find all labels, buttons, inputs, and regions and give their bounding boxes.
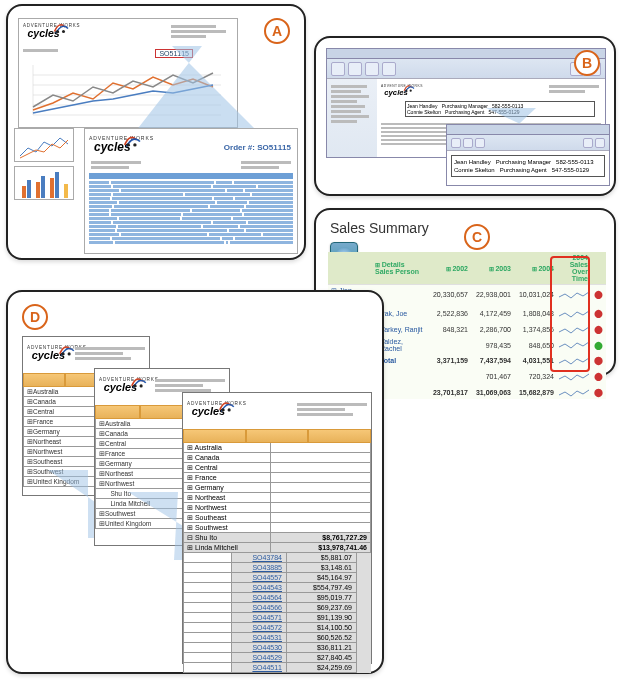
window-titlebar [327, 49, 605, 59]
y1-cell: 2,522,836 [428, 304, 471, 323]
logo-swoosh-icon [53, 20, 73, 35]
y2-cell: 31,069,063 [471, 386, 514, 399]
svg-point-27 [221, 408, 224, 411]
svg-point-1 [62, 30, 65, 33]
y1-cell: 23,701,817 [428, 386, 471, 399]
person-row[interactable]: ⊞ Linda Mitchell$13,978,741.46 [183, 543, 371, 553]
svg-rect-10 [36, 182, 40, 198]
order-row[interactable]: SO43784$5,881.07 [183, 553, 371, 563]
svg-rect-8 [22, 186, 26, 198]
panel-d: D ADVENTURE WORKS cycles ⊞Australia⊞Cana… [6, 290, 384, 674]
order-row[interactable]: SO44571$91,139.90 [183, 613, 371, 623]
order-row[interactable]: SO44543$554,797.49 [183, 583, 371, 593]
region-row[interactable]: ⊞ Germany [183, 483, 371, 493]
svg-rect-14 [64, 184, 68, 198]
region-row[interactable]: ⊞ Southeast [183, 513, 371, 523]
logo: ADVENTURE WORKS cycles [99, 375, 161, 395]
sidebar [327, 79, 377, 157]
order-row[interactable]: SO43885$3,148.61 [183, 563, 371, 573]
y2-cell: 978,435 [471, 336, 514, 354]
report-a-back: ADVENTURE WORKS cycles SO51115 [18, 18, 238, 128]
toolbar-button[interactable] [331, 62, 345, 76]
sparkline-cell [557, 336, 591, 354]
toolbar-button[interactable] [382, 62, 396, 76]
order-row[interactable]: SO44566$69,237.69 [183, 603, 371, 613]
svg-rect-12 [50, 178, 54, 198]
so-highlight[interactable]: SO51115 [155, 49, 193, 58]
svg-rect-13 [55, 172, 59, 198]
sparkline-cell [557, 304, 591, 323]
nav-back-icon[interactable] [451, 138, 461, 148]
region-row[interactable]: ⊞ Northeast [183, 493, 371, 503]
person-row[interactable]: ⊟ Shu Ito$8,761,727.29 [183, 533, 371, 543]
region-row[interactable]: ⊞ Central [183, 463, 371, 473]
y2-cell: 701,467 [471, 367, 514, 386]
badge-d: D [22, 304, 48, 330]
region-row[interactable]: ⊞ Canada [183, 453, 371, 463]
y2-cell: 22,938,001 [471, 285, 514, 305]
kpi-cylinder-icon: ⬤ [591, 354, 606, 367]
y1-cell: 848,321 [428, 323, 471, 336]
kpi-cylinder-icon: ⬤ [591, 386, 606, 399]
region-row[interactable]: ⊞ Australia [183, 443, 371, 453]
order-row[interactable]: SO44557$45,164.97 [183, 573, 371, 583]
logo: ADVENTURE WORKS cycles [23, 21, 83, 41]
svg-point-24 [133, 384, 136, 387]
y3-cell: 720,324 [514, 367, 557, 386]
contact-box-large: Jean Handley Purchasing Manager 582-555-… [451, 155, 605, 177]
order-row[interactable]: SO44572$14,100.50 [183, 623, 371, 633]
mini-charts [14, 128, 78, 208]
crm-window-front: Jean Handley Purchasing Manager 582-555-… [446, 124, 610, 186]
y3-cell: 10,031,024 [514, 285, 557, 305]
region-row[interactable]: ⊞ Southwest [183, 523, 371, 533]
kpi-cylinder-icon: ⬤ [591, 367, 606, 386]
badge-a: A [264, 18, 290, 44]
toolbar-button[interactable] [365, 62, 379, 76]
y1-cell [428, 367, 471, 386]
panel-b: B ADVENTURE WORKS cycles [314, 36, 616, 196]
y1-cell [428, 336, 471, 354]
region-row[interactable]: ⊞ France [183, 473, 371, 483]
svg-point-17 [133, 143, 136, 146]
drill-doc-3: ADVENTURE WORKS cycles ⊞ Australia⊞ Cana… [182, 392, 372, 664]
badge-b: B [574, 50, 600, 76]
order-row[interactable]: SO44529$27,840.45 [183, 653, 371, 663]
mini-bar-chart [14, 166, 74, 200]
refresh-icon[interactable] [475, 138, 485, 148]
order-row[interactable]: SO44511$24,259.69 [183, 663, 371, 673]
panel-a: A ADVENTURE WORKS cycles SO51115 [6, 4, 306, 260]
badge-c: C [464, 224, 490, 250]
logo: ADVENTURE WORKS cycles [187, 399, 249, 419]
y3-cell: 848,650 [514, 336, 557, 354]
toolbar-button[interactable] [348, 62, 362, 76]
kpi-cylinder-icon: ⬤ [591, 304, 606, 323]
export-icon[interactable] [595, 138, 605, 148]
region-row[interactable]: ⊞ Northwest [183, 503, 371, 513]
sparkline-cell [557, 354, 591, 367]
order-row[interactable]: SO44530$36,811.21 [183, 643, 371, 653]
y3-cell: 1,808,043 [514, 304, 557, 323]
mini-line-chart [14, 128, 74, 162]
svg-rect-9 [27, 180, 31, 198]
report-a-front: ADVENTURE WORKS cycles Order #: SO51115 … [84, 128, 298, 254]
line-chart-icon [23, 65, 223, 121]
order-row[interactable]: SO44531$60,526.52 [183, 633, 371, 643]
y3-cell: 15,682,879 [514, 386, 557, 399]
svg-point-21 [61, 352, 64, 355]
svg-point-25 [140, 384, 143, 387]
kpi-cylinder-icon: ⬤ [591, 285, 606, 305]
svg-point-22 [68, 352, 71, 355]
svg-point-16 [126, 143, 129, 146]
y3-cell: 4,031,551 [514, 354, 557, 367]
sparkline-cell [557, 386, 591, 399]
order-row[interactable]: SO44564$95,019.77 [183, 593, 371, 603]
order-number-label: Order #: SO51115 [224, 143, 291, 152]
svg-point-19 [410, 90, 412, 92]
order-lines-table: /*rows generated below*/ [89, 181, 293, 245]
y2-cell: 7,437,594 [471, 354, 514, 367]
kpi-cylinder-icon: ⬤ [591, 323, 606, 336]
svg-point-18 [405, 90, 407, 92]
svg-point-28 [228, 408, 231, 411]
nav-forward-icon[interactable] [463, 138, 473, 148]
print-icon[interactable] [583, 138, 593, 148]
